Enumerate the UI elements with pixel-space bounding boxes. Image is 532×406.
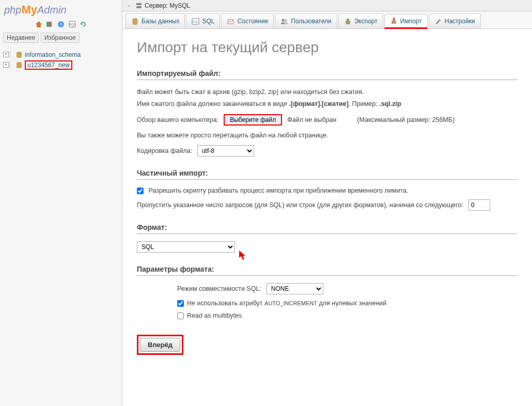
logo[interactable]: phpMyAdmin xyxy=(0,2,122,19)
logout-icon[interactable] xyxy=(45,20,54,28)
no-file-selected: Файл не выбран xyxy=(287,116,336,123)
svg-text:SQL: SQL xyxy=(193,20,199,23)
svg-rect-8 xyxy=(136,3,142,5)
section-format-options-heading: Параметры формата: xyxy=(137,265,518,276)
svg-point-15 xyxy=(285,19,287,22)
docs-icon[interactable]: ? xyxy=(57,20,65,28)
database-icon xyxy=(15,61,23,69)
dragdrop-hint: Вы также можете просто перетащить файл н… xyxy=(137,131,518,140)
file-desc2: Имя сжатого файла должно заканчиваться в… xyxy=(137,99,518,109)
allow-interrupt-checkbox[interactable]: Разрешить скрипту разбивать процесс импо… xyxy=(137,187,408,194)
users-icon xyxy=(280,18,288,25)
tab-label: Импорт xyxy=(400,18,422,25)
svg-rect-1 xyxy=(49,22,52,27)
svg-point-7 xyxy=(17,62,22,64)
svg-point-6 xyxy=(17,52,22,54)
tab-users[interactable]: Пользователи xyxy=(275,13,337,28)
choose-file-button[interactable]: Выберите файл xyxy=(224,114,282,126)
db-label[interactable]: u1234567_new xyxy=(25,60,72,70)
max-size-label: (Максимальный размер: 256МБ) xyxy=(357,116,455,123)
tree-item-information-schema[interactable]: + information_schema xyxy=(3,50,119,59)
sidebar: phpMyAdmin ? SQL Недавнее Избранное + in… xyxy=(0,0,122,406)
reload-icon[interactable] xyxy=(79,20,87,28)
expand-icon[interactable]: + xyxy=(3,62,9,68)
tabs: Базы данных SQL SQL Состояние Пользовате… xyxy=(122,11,532,29)
tab-export[interactable]: Экспорт xyxy=(338,13,383,28)
database-icon xyxy=(131,18,139,25)
cursor-icon xyxy=(239,251,247,261)
wrench-icon xyxy=(434,18,442,25)
favorites-button[interactable]: Избранное xyxy=(41,33,80,43)
import-icon xyxy=(390,17,398,25)
section-file-heading: Импортируемый файл: xyxy=(137,69,518,80)
tab-label: Базы данных xyxy=(142,18,179,25)
tab-status[interactable]: Состояние xyxy=(221,13,274,28)
submit-button[interactable]: Вперёд xyxy=(140,338,180,352)
browse-label: Обзор вашего компьютера: xyxy=(137,116,218,123)
sidebar-toolbar: ? SQL xyxy=(0,19,122,32)
allow-interrupt-input[interactable] xyxy=(137,188,144,194)
compat-label: Режим совместимости SQL: xyxy=(177,285,261,292)
main: ← Сервер: MySQL Базы данных SQL SQL Сост… xyxy=(122,0,532,406)
tab-label: Настройки xyxy=(445,18,475,25)
export-icon xyxy=(344,18,352,25)
tab-label: Экспорт xyxy=(354,18,378,25)
home-icon[interactable] xyxy=(35,20,43,28)
recent-button[interactable]: Недавнее xyxy=(3,33,39,43)
svg-text:SQL: SQL xyxy=(69,23,76,27)
tab-label: SQL xyxy=(202,18,214,25)
tab-label: Состояние xyxy=(237,18,268,25)
database-tree: + information_schema + u1234567_new xyxy=(0,44,122,74)
tab-label: Пользователи xyxy=(291,18,331,25)
status-icon xyxy=(227,18,234,25)
sidebar-nav: Недавнее Избранное xyxy=(0,32,122,44)
charset-select[interactable]: utf-8 xyxy=(197,145,254,157)
tab-sql[interactable]: SQL SQL xyxy=(186,13,220,28)
file-desc1: Файл может быть сжат в архив (gzip, bzip… xyxy=(137,87,518,97)
submit-highlight: Вперёд xyxy=(137,335,183,355)
svg-point-10 xyxy=(133,18,138,20)
svg-rect-0 xyxy=(46,22,49,27)
tree-item-user-db[interactable]: + u1234567_new xyxy=(3,59,119,71)
server-icon xyxy=(135,2,143,9)
section-partial-heading: Частичный импорт: xyxy=(137,169,518,180)
format-select[interactable]: SQL xyxy=(137,241,235,253)
svg-text:?: ? xyxy=(59,22,62,27)
collapse-sidebar-icon[interactable]: ← xyxy=(127,3,132,9)
skip-label: Пропустить указанное число запросов (для… xyxy=(137,201,463,209)
database-icon xyxy=(15,51,23,58)
page-title: Импорт на текущий сервер xyxy=(137,39,518,56)
sql-icon: SQL xyxy=(192,18,199,25)
sql-icon[interactable]: SQL xyxy=(68,20,76,28)
section-format-heading: Формат: xyxy=(137,223,518,234)
read-multibytes-checkbox[interactable]: Read as multibytes xyxy=(177,312,518,319)
breadcrumb: ← Сервер: MySQL xyxy=(122,0,532,11)
svg-rect-9 xyxy=(136,6,142,8)
no-autoinc-input[interactable] xyxy=(177,300,184,307)
db-label[interactable]: information_schema xyxy=(25,51,81,58)
server-label[interactable]: Сервер: MySQL xyxy=(145,2,190,9)
tab-settings[interactable]: Настройки xyxy=(429,13,481,28)
tab-import[interactable]: Импорт xyxy=(384,14,428,29)
charset-label: Кодировка файла: xyxy=(137,147,192,154)
svg-point-14 xyxy=(282,19,285,21)
skip-input[interactable] xyxy=(468,199,490,211)
compat-select[interactable]: NONE xyxy=(267,283,323,294)
tab-databases[interactable]: Базы данных xyxy=(126,13,185,28)
read-multibytes-input[interactable] xyxy=(177,313,184,319)
expand-icon[interactable]: + xyxy=(3,52,9,57)
content: Импорт на текущий сервер Импортируемый ф… xyxy=(122,29,532,406)
no-autoinc-checkbox[interactable]: Не использовать атрибут AUTO_INCREMENT д… xyxy=(177,300,518,307)
